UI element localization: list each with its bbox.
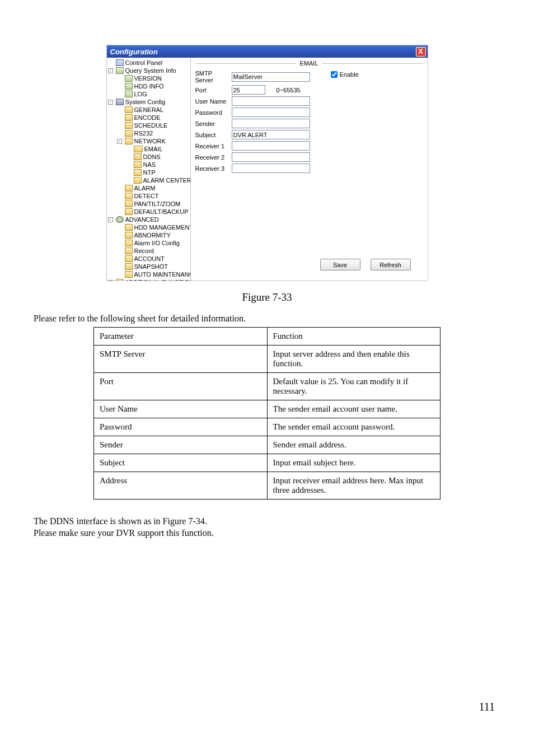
tree-auto-maint[interactable]: AUTO MAINTENANCE: [108, 270, 190, 278]
tree-record[interactable]: Record: [108, 247, 190, 255]
table-row: PasswordThe sender email account passwor…: [94, 418, 441, 436]
tree-log[interactable]: LOG: [108, 90, 190, 98]
enable-label: Enable: [340, 71, 359, 78]
username-label: User Name: [195, 98, 232, 105]
table-row: AddressInput receiver email address here…: [94, 472, 441, 500]
enable-checkbox[interactable]: [331, 71, 338, 78]
folder-icon: [125, 200, 133, 207]
folder-icon: [125, 271, 133, 278]
table-row: User NameThe sender email account user n…: [94, 400, 441, 418]
parameter-table: Parameter Function SMTP ServerInput serv…: [93, 327, 441, 500]
tree-root[interactable]: Control Panel: [108, 59, 190, 67]
folder-icon: [125, 240, 133, 246]
tree-nas[interactable]: NAS: [108, 161, 190, 169]
tree-account[interactable]: ACCOUNT: [108, 255, 190, 263]
save-button[interactable]: Save: [320, 259, 360, 270]
tree-hdd-info[interactable]: HDD INFO: [108, 82, 190, 90]
row-receiver2: Receiver 2: [195, 152, 423, 162]
figure-caption: Figure 7-33: [34, 291, 500, 304]
tree-network[interactable]: -NETWORK: [108, 137, 190, 145]
folder-icon: [134, 169, 142, 176]
tree-advanced[interactable]: -ADVANCED: [108, 216, 190, 223]
username-input[interactable]: [232, 96, 310, 106]
row-username: User Name: [195, 96, 423, 106]
collapse-icon[interactable]: -: [108, 68, 113, 73]
table-row: PortDefault value is 25. You can modify …: [94, 373, 441, 400]
sender-label: Sender: [195, 120, 232, 127]
sender-input[interactable]: [232, 119, 310, 128]
tree-version[interactable]: VERSION: [108, 74, 190, 82]
tree-hdd-mgmt[interactable]: HDD MANAGEMENT: [108, 223, 190, 231]
password-input[interactable]: [232, 108, 310, 117]
port-input[interactable]: [232, 85, 265, 95]
window-title: Configuration: [110, 48, 158, 56]
card-icon: [116, 67, 124, 74]
tree-encode[interactable]: ENCODE: [108, 114, 190, 122]
configuration-window: Configuration X Control Panel -Query Sys…: [106, 45, 428, 281]
table-row: SMTP ServerInput server address and then…: [94, 346, 441, 373]
row-receiver1: Receiver 1: [195, 141, 423, 151]
card-icon: [125, 75, 133, 82]
row-port: Port 0~65535: [195, 85, 423, 95]
section-title: EMAIL: [297, 60, 322, 67]
tree-system-config[interactable]: -System Config: [108, 98, 190, 106]
receiver1-input[interactable]: [232, 141, 310, 151]
folder-icon: [116, 279, 124, 281]
body-text-2: Please make sure your DVR support this f…: [34, 528, 500, 538]
tree-rs232[interactable]: RS232: [108, 129, 190, 137]
tree-alarm-center[interactable]: ALARM CENTER: [108, 176, 190, 184]
folder-icon: [125, 208, 133, 215]
subject-input[interactable]: [232, 130, 310, 139]
tree-ddns[interactable]: DDNS: [108, 153, 190, 161]
titlebar: Configuration X: [107, 45, 428, 58]
smtp-label: SMTP Server: [195, 70, 232, 83]
password-label: Password: [195, 109, 232, 116]
tree-alarm-io[interactable]: Alarm I/O Config: [108, 239, 190, 247]
intro-text: Please refer to the following sheet for …: [34, 314, 500, 324]
tree-ptz[interactable]: PAN/TILT/ZOOM: [108, 200, 190, 208]
enable-toggle[interactable]: Enable: [331, 71, 359, 78]
port-range: 0~65535: [277, 87, 301, 94]
folder-icon: [125, 255, 133, 262]
tree-schedule[interactable]: SCHEDULE: [108, 122, 190, 129]
gears-icon: [116, 216, 124, 223]
receiver3-input[interactable]: [232, 164, 310, 173]
tree-ntp[interactable]: NTP: [108, 169, 190, 176]
row-password: Password: [195, 108, 423, 117]
refresh-button[interactable]: Refresh: [371, 259, 411, 270]
smtp-input[interactable]: [232, 72, 310, 82]
nav-tree: Control Panel -Query System Info VERSION…: [107, 58, 191, 281]
row-sender: Sender: [195, 119, 423, 128]
collapse-icon[interactable]: -: [108, 217, 113, 222]
panel-icon: [116, 59, 124, 66]
folder-icon: [125, 248, 133, 254]
receiver2-input[interactable]: [232, 152, 310, 162]
folder-icon: [134, 177, 142, 184]
tree-general[interactable]: GENERAL: [108, 106, 190, 114]
folder-icon: [125, 130, 133, 137]
folder-icon: [125, 224, 133, 231]
body-text-1: The DDNS interface is shown as in Figure…: [34, 516, 500, 526]
tree-abnormity[interactable]: ABNORMITY: [108, 231, 190, 239]
card-icon: [125, 83, 133, 90]
tree-snapshot[interactable]: SNAPSHOT: [108, 263, 190, 270]
expand-icon[interactable]: +: [108, 280, 113, 281]
table-header-func: Function: [267, 328, 441, 346]
close-icon[interactable]: X: [416, 47, 426, 57]
section-rule: EMAIL: [195, 60, 423, 67]
tree-detect[interactable]: DETECT: [108, 192, 190, 200]
tree-alarm[interactable]: ALARM: [108, 184, 190, 192]
collapse-icon[interactable]: -: [117, 139, 122, 144]
table-row: Parameter Function: [94, 328, 441, 346]
tree-email[interactable]: EMAIL: [108, 145, 190, 153]
folder-icon: [125, 263, 133, 270]
tree-default-backup[interactable]: DEFAULT/BACKUP: [108, 208, 190, 216]
folder-icon: [134, 153, 142, 160]
table-row: SubjectInput email subject here.: [94, 454, 441, 472]
tree-additional[interactable]: +ADDTIONAL FUNCTION: [108, 278, 190, 281]
tree-query[interactable]: -Query System Info: [108, 67, 190, 74]
folder-icon: [125, 122, 133, 129]
card-icon: [125, 91, 133, 97]
collapse-icon[interactable]: -: [108, 100, 113, 105]
receiver2-label: Receiver 2: [195, 154, 232, 161]
